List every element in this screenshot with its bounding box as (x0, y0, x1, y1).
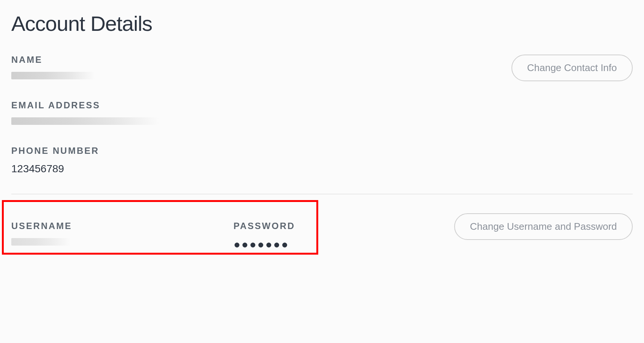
email-field: EMAIL ADDRESS (11, 100, 633, 125)
username-field: USERNAME (11, 221, 233, 251)
phone-field: PHONE NUMBER 123456789 (11, 146, 633, 175)
password-label: PASSWORD (233, 221, 456, 231)
password-value-masked: ●●●●●●● (233, 238, 456, 251)
email-value-redacted (11, 117, 159, 125)
phone-label: PHONE NUMBER (11, 146, 633, 156)
email-label: EMAIL ADDRESS (11, 100, 633, 111)
change-contact-info-button[interactable]: Change Contact Info (511, 55, 633, 81)
credentials-section: Change Username and Password USERNAME PA… (11, 213, 633, 251)
name-value-redacted (11, 72, 95, 79)
username-value-redacted (11, 238, 71, 246)
page-title: Account Details (11, 11, 633, 36)
password-field: PASSWORD ●●●●●●● (233, 221, 456, 251)
phone-value: 123456789 (11, 163, 633, 175)
contact-info-section: Change Contact Info NAME EMAIL ADDRESS P… (11, 55, 633, 194)
username-label: USERNAME (11, 221, 233, 231)
change-username-password-button[interactable]: Change Username and Password (454, 213, 633, 240)
